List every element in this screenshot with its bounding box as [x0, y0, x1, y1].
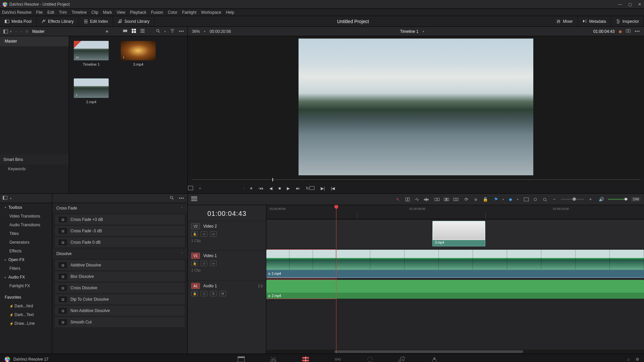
menu-trim[interactable]: Trim [59, 10, 67, 15]
fx-more-icon[interactable]: ••• [179, 196, 184, 201]
view-grid-icon[interactable] [131, 28, 136, 34]
trim-tool-icon[interactable] [405, 196, 411, 202]
fx-tree-generators[interactable]: Generators [0, 238, 52, 247]
overlay-toggle-icon[interactable] [188, 186, 193, 191]
fx-item[interactable]: ⊠Additive Dissolve [55, 260, 185, 270]
menu-davinci-resolve[interactable]: DaVinci Resolve [2, 10, 32, 15]
menu-workspace[interactable]: Workspace [201, 10, 221, 15]
pool-layout-dropdown[interactable]: ▾ [3, 29, 12, 34]
collapse-icon[interactable]: ⌃ [181, 206, 183, 210]
track-badge-a1[interactable]: A1 [191, 283, 200, 289]
marker-chevron-icon[interactable]: ▾ [517, 198, 519, 201]
menu-clip[interactable]: Clip [91, 10, 98, 15]
view-filmstrip-icon[interactable] [123, 28, 127, 34]
sort-icon[interactable] [170, 28, 175, 34]
smart-bins-header[interactable]: Smart Bins [0, 155, 69, 165]
cut-page-icon[interactable] [270, 356, 277, 362]
filters-item[interactable]: Filters [0, 264, 52, 273]
pin-icon[interactable]: ⎘ [26, 29, 28, 34]
mixer-toggle[interactable]: Mixer [551, 16, 578, 26]
flag-chevron-icon[interactable]: ▾ [502, 198, 504, 201]
close-button[interactable]: ✕ [638, 2, 641, 7]
match-frame-icon[interactable] [309, 186, 315, 191]
edit-page-icon[interactable] [302, 356, 309, 362]
maximize-button[interactable]: ▢ [628, 2, 632, 7]
menu-fusion[interactable]: Fusion [151, 10, 163, 15]
fx-item[interactable]: ⊠Cross Dissolve [55, 283, 185, 293]
jump-last-icon[interactable]: ⏭ [296, 186, 300, 191]
track-header-v2[interactable]: V2Video 2 🔓◇▭ 1 Clip [188, 221, 266, 250]
timeline-audio-2mp4-b[interactable] [336, 280, 644, 299]
edit-index-toggle[interactable]: Edit Index [79, 16, 113, 26]
overlay-chevron-icon[interactable]: ▾ [199, 187, 201, 190]
timeline-scrollbar[interactable] [266, 350, 644, 354]
fx-group-header[interactable]: Cross Fade⌃ [52, 203, 187, 213]
menu-help[interactable]: Help [226, 10, 234, 15]
stop-icon[interactable]: ■ [278, 186, 281, 191]
effects-library-toggle[interactable]: Effects Library [37, 16, 78, 26]
fx-tree-video-transitions[interactable]: Video Transitions [0, 212, 52, 221]
viewer-canvas[interactable] [299, 39, 533, 175]
clip-thumb-timeline1[interactable]: ▭ Timeline 1 [74, 41, 109, 66]
timeline-selector[interactable]: Timeline 1 [400, 29, 419, 34]
fx-item[interactable]: ⊠Dip To Color Dissolve [55, 294, 185, 304]
fx-tree-titles[interactable]: Titles [0, 229, 52, 238]
view-list-icon[interactable] [140, 28, 145, 34]
play-icon[interactable]: ▶ [287, 186, 290, 191]
color-page-icon[interactable] [366, 356, 374, 362]
track-badge-v2[interactable]: V2 [191, 223, 200, 229]
zoom-slider[interactable] [561, 199, 584, 200]
nav-back-icon[interactable]: ‹ [16, 30, 17, 33]
go-out-icon[interactable]: |◀ [331, 186, 335, 191]
fx-search-icon[interactable] [169, 195, 174, 201]
insert-icon[interactable] [434, 196, 440, 202]
timeline-chevron-icon[interactable]: ▾ [423, 30, 424, 33]
search-icon[interactable] [156, 28, 160, 34]
auto-select-icon[interactable]: ◇ [201, 261, 207, 266]
media-pool-toggle[interactable]: Media Pool [0, 16, 37, 26]
search-chevron-icon[interactable]: ▾ [164, 30, 166, 33]
auto-select-icon[interactable]: ◇ [201, 291, 207, 296]
lock-track-icon[interactable]: 🔓 [191, 261, 198, 266]
track-header-v1[interactable]: V1Video 1 🔓◇▭ 1 Clip [188, 250, 266, 281]
menu-color[interactable]: Color [168, 10, 177, 15]
menu-fairlight[interactable]: Fairlight [182, 10, 197, 15]
zoom-chevron-icon[interactable]: ▾ [204, 30, 206, 33]
more-icon[interactable]: ••• [179, 29, 184, 34]
dim-button[interactable]: DIM [631, 197, 641, 202]
project-settings-icon[interactable]: ⚙ [636, 357, 639, 362]
viewer-scrubber[interactable] [192, 177, 640, 182]
fx-layout-chevron-icon[interactable]: ▾ [10, 197, 12, 200]
overwrite-icon[interactable] [443, 196, 449, 202]
fx-group-header[interactable]: Dissolve⌃ [52, 249, 187, 259]
mute-button[interactable]: M [219, 291, 226, 296]
timeline-clip-3mp4[interactable]: 3.mp4 [432, 221, 485, 246]
smart-bin-keywords[interactable]: Keywords [0, 165, 69, 173]
favorite-item[interactable]: ⚡ Dark...Text [0, 310, 52, 319]
favorites-header[interactable]: Favorites [0, 293, 52, 302]
flag-icon[interactable]: ⚑ [493, 196, 499, 202]
menu-view[interactable]: View [117, 10, 125, 15]
nav-fwd-icon[interactable]: › [21, 30, 22, 33]
fairlight-page-icon[interactable] [398, 356, 406, 362]
collapse-icon[interactable]: ⌃ [181, 252, 183, 255]
jump-first-icon[interactable]: ⏮ [259, 186, 263, 191]
selection-tool-icon[interactable]: ↖ [395, 196, 401, 202]
metadata-toggle[interactable]: Metadata [578, 16, 611, 26]
bin-master[interactable]: Master [0, 36, 69, 46]
fx-item[interactable]: ⊠Cross Fade 0 dB [55, 237, 185, 247]
menu-mark[interactable]: Mark [103, 10, 112, 15]
marker-icon[interactable]: ◆ [507, 196, 514, 202]
timeline-view-icon[interactable] [191, 196, 197, 202]
zoom-in-icon[interactable]: + [588, 196, 594, 202]
fusion-page-icon[interactable] [334, 356, 341, 362]
fx-tree-effects[interactable]: Effects [0, 247, 52, 255]
zoom-out-icon[interactable]: − [551, 196, 557, 202]
timeline-clip-2mp4-a[interactable]: 𐍈2.mp4 [266, 250, 336, 278]
menu-edit[interactable]: Edit [47, 10, 54, 15]
retime-icon[interactable]: ⟳ [464, 196, 470, 202]
menu-file[interactable]: File [36, 10, 43, 15]
zoom-full-icon[interactable] [523, 196, 529, 202]
toolbox-header[interactable]: ▾Toolbox [0, 203, 52, 212]
disable-track-icon[interactable]: ▭ [210, 261, 217, 266]
